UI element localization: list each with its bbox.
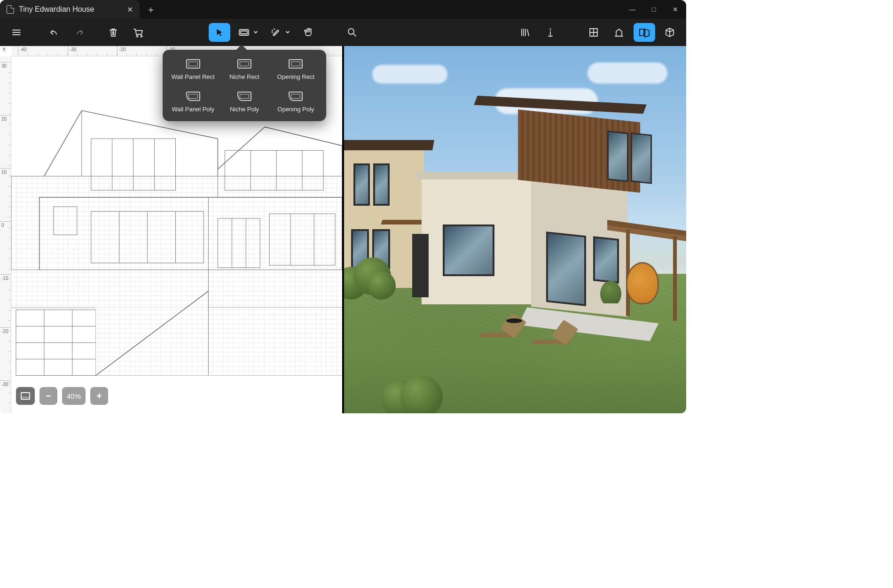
app-window: Tiny Edwardian House ✕ ＋ — □ ✕ <box>0 0 686 413</box>
svg-rect-39 <box>96 308 342 376</box>
ruler-unit: ft <box>3 47 6 52</box>
delete-button[interactable] <box>102 23 124 42</box>
svg-point-1 <box>141 35 142 37</box>
lounger <box>532 316 574 349</box>
document-title: Tiny Edwardian House <box>19 5 94 14</box>
info-button[interactable] <box>540 23 561 42</box>
view-2d-button[interactable] <box>583 23 604 42</box>
tool-label: Opening Poly <box>277 106 314 113</box>
svg-point-5 <box>550 29 551 30</box>
tool-opening-poly[interactable]: Opening Poly <box>270 92 321 113</box>
new-tab-button[interactable]: ＋ <box>146 3 156 16</box>
ruler-vertical: 30 20 10 0 -10 -20 -30 <box>0 56 11 413</box>
svg-point-0 <box>136 35 138 37</box>
wall-tool-dropdown[interactable] <box>234 23 262 42</box>
tool-opening-rect[interactable]: Opening Rect <box>270 59 321 80</box>
magic-tool-dropdown[interactable] <box>266 23 294 42</box>
document-tab[interactable]: Tiny Edwardian House ✕ <box>0 0 140 19</box>
hanging-chair <box>626 262 659 304</box>
tool-wall-panel-poly[interactable]: Wall Panel Poly <box>167 92 219 113</box>
niche-poly-icon <box>237 92 251 101</box>
bush <box>344 257 391 300</box>
opening-rect-icon <box>289 59 303 69</box>
lounger <box>480 309 523 342</box>
tab-close-button[interactable]: ✕ <box>127 5 133 14</box>
pan-tool-button[interactable] <box>298 23 320 42</box>
tool-niche-poly[interactable]: Niche Poly <box>219 92 270 113</box>
document-icon <box>7 5 14 14</box>
svg-rect-7 <box>640 29 644 36</box>
tool-label: Niche Rect <box>229 73 259 80</box>
tool-wall-panel-rect[interactable]: Wall Panel Rect <box>167 59 219 80</box>
zoom-in-button[interactable]: + <box>90 387 108 405</box>
planter <box>604 303 618 314</box>
close-window-button[interactable]: ✕ <box>665 0 686 19</box>
svg-point-4 <box>348 29 354 34</box>
niche-rect-icon <box>237 59 251 69</box>
canvas-area: ft -40 -30 -20 -10 30 20 10 0 -10 -20 -3… <box>0 46 686 413</box>
wall-poly-icon <box>186 92 200 101</box>
plant <box>600 281 621 307</box>
redo-button[interactable] <box>69 23 90 42</box>
pane-3d-view[interactable] <box>344 46 686 413</box>
tool-niche-rect[interactable]: Niche Rect <box>219 59 270 80</box>
view-3d-button[interactable] <box>659 23 681 42</box>
tool-label: Opening Rect <box>277 73 315 80</box>
maximize-button[interactable]: □ <box>643 0 665 19</box>
zoom-level-display[interactable]: 40% <box>62 387 86 405</box>
menu-button[interactable] <box>6 23 27 42</box>
svg-rect-32 <box>11 270 342 308</box>
table <box>506 318 522 323</box>
search-button[interactable] <box>341 23 363 42</box>
undo-button[interactable] <box>43 23 65 42</box>
bush <box>382 376 438 413</box>
svg-rect-41 <box>21 393 30 399</box>
fit-view-button[interactable] <box>16 387 35 405</box>
view-elevation-button[interactable] <box>608 23 630 42</box>
tool-label: Wall Panel Poly <box>172 106 214 113</box>
tool-label: Wall Panel Rect <box>172 73 215 80</box>
wall-rect-icon <box>186 59 200 69</box>
zoom-out-button[interactable]: − <box>39 387 57 405</box>
zoom-controls: − 40% + <box>16 387 108 405</box>
library-button[interactable] <box>514 23 536 42</box>
minimize-button[interactable]: — <box>621 0 643 19</box>
tool-label: Niche Poly <box>230 106 259 113</box>
titlebar: Tiny Edwardian House ✕ ＋ — □ ✕ <box>0 0 686 19</box>
cart-button[interactable] <box>128 23 149 42</box>
house-3d <box>344 46 686 413</box>
wall-tool-panel: Wall Panel Rect Niche Rect Opening Rect … <box>163 50 326 121</box>
select-tool-button[interactable] <box>209 23 230 42</box>
main-toolbar <box>0 19 686 46</box>
svg-rect-3 <box>241 31 247 34</box>
opening-poly-icon <box>289 92 303 101</box>
window-controls: — □ ✕ <box>621 0 686 19</box>
view-split-button[interactable] <box>634 23 655 42</box>
